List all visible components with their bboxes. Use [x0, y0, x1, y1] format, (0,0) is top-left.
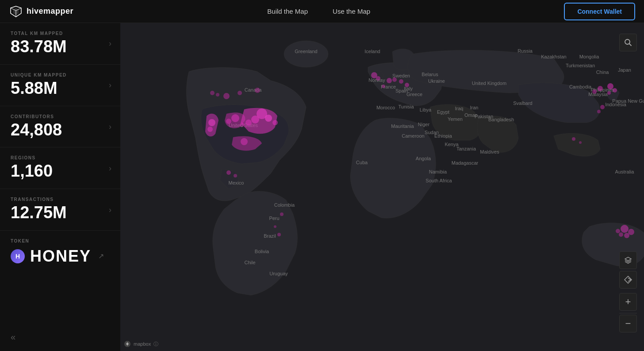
- svg-point-86: [405, 83, 409, 87]
- svg-point-104: [625, 39, 630, 44]
- map-area[interactable]: Greenland Canada United States Mexico Br…: [120, 23, 644, 351]
- svg-text:Tunisia: Tunisia: [398, 104, 414, 109]
- svg-text:Cameroon: Cameroon: [402, 133, 424, 139]
- svg-text:Uruguay: Uruguay: [269, 271, 288, 276]
- svg-text:Iceland: Iceland: [364, 49, 380, 54]
- svg-text:Mongolia: Mongolia: [579, 54, 600, 59]
- svg-point-101: [579, 141, 582, 144]
- connect-wallet-button[interactable]: Connect Wallet: [564, 3, 635, 20]
- location-icon: [624, 275, 632, 284]
- svg-point-89: [613, 88, 617, 93]
- svg-text:Namibia: Namibia: [429, 169, 447, 174]
- sidebar: TOTAL KM MAPPED 83.78M › UNIQUE KM MAPPE…: [0, 23, 120, 351]
- svg-point-66: [245, 120, 252, 126]
- svg-text:Bangladesh: Bangladesh: [488, 117, 514, 122]
- svg-text:Greenland: Greenland: [295, 49, 317, 54]
- stat-card-regions[interactable]: REGIONS 1,160 ›: [0, 147, 120, 189]
- sidebar-collapse-button[interactable]: «: [11, 332, 15, 342]
- svg-text:Libya: Libya: [420, 107, 432, 112]
- svg-text:Australia: Australia: [615, 169, 635, 174]
- stat-card-unique-km[interactable]: UNIQUE KM MAPPED 5.88M ›: [0, 65, 120, 106]
- svg-point-85: [399, 79, 403, 84]
- token-name: HONEY: [30, 247, 91, 266]
- logo[interactable]: hivemapper: [9, 4, 73, 19]
- external-link-icon[interactable]: ↗: [98, 252, 104, 260]
- svg-text:Ukraine: Ukraine: [428, 78, 445, 84]
- zoom-in-button[interactable]: +: [619, 293, 637, 311]
- map-controls-top: [619, 34, 637, 51]
- stat-card-total-km[interactable]: TOTAL KM MAPPED 83.78M ›: [0, 23, 120, 65]
- svg-text:Russia: Russia: [518, 48, 533, 54]
- token-card[interactable]: TOKEN H HONEY ↗: [0, 231, 120, 274]
- svg-text:Greece: Greece: [406, 92, 422, 97]
- svg-text:Chile: Chile: [244, 260, 255, 265]
- svg-line-105: [629, 44, 631, 46]
- svg-point-88: [607, 83, 613, 89]
- svg-point-90: [607, 91, 611, 95]
- stat-value-contributors: 24,808: [11, 121, 110, 139]
- stat-value-total-km: 83.78M: [11, 38, 110, 56]
- stat-label-contributors: CONTRIBUTORS: [11, 114, 110, 119]
- stat-value-regions: 1,160: [11, 162, 110, 181]
- svg-point-68: [208, 119, 215, 126]
- svg-point-77: [234, 174, 237, 177]
- stat-card-transactions[interactable]: TRANSACTIONS 12.75M ›: [0, 189, 120, 231]
- svg-text:Mauritania: Mauritania: [391, 123, 414, 129]
- svg-text:Kazakhstan: Kazakhstan: [541, 54, 566, 59]
- svg-text:Spain: Spain: [395, 88, 408, 93]
- token-label: TOKEN: [11, 239, 110, 243]
- svg-text:Malaysia: Malaysia: [588, 92, 608, 97]
- svg-text:United Kingdom: United Kingdom: [472, 81, 506, 86]
- map-controls-bottom: + −: [619, 251, 637, 333]
- svg-point-82: [376, 76, 380, 81]
- svg-text:Iraq: Iraq: [455, 106, 464, 111]
- svg-text:Turkmenistan: Turkmenistan: [566, 63, 595, 68]
- svg-text:Angola: Angola: [416, 156, 431, 161]
- stat-label-regions: REGIONS: [11, 155, 110, 160]
- stat-value-transactions: 12.75M: [11, 204, 110, 222]
- zoom-out-button[interactable]: −: [619, 315, 637, 332]
- mapbox-label: mapbox: [134, 341, 151, 347]
- logo-text: hivemapper: [27, 7, 73, 16]
- svg-text:Iran: Iran: [470, 105, 479, 110]
- arrow-icon-total-km: ›: [109, 39, 111, 48]
- svg-point-84: [392, 77, 397, 82]
- search-icon: [624, 39, 632, 46]
- layers-button[interactable]: [619, 251, 637, 269]
- svg-text:Tanzania: Tanzania: [456, 146, 476, 151]
- svg-point-80: [277, 233, 281, 236]
- svg-text:Madagascar: Madagascar: [452, 160, 479, 166]
- world-map: Greenland Canada United States Mexico Br…: [120, 23, 644, 351]
- svg-text:Yemen: Yemen: [448, 116, 463, 122]
- svg-text:Cambodia: Cambodia: [569, 84, 592, 89]
- stat-label-total-km: TOTAL KM MAPPED: [11, 31, 110, 36]
- svg-text:Brazil: Brazil: [264, 233, 276, 239]
- stat-value-unique-km: 5.88M: [11, 79, 110, 98]
- svg-point-83: [387, 78, 392, 83]
- svg-text:China: China: [596, 69, 610, 75]
- svg-point-99: [616, 229, 620, 233]
- nav-build-map[interactable]: Build the Map: [255, 4, 320, 19]
- svg-point-98: [619, 232, 623, 237]
- svg-point-92: [592, 89, 597, 94]
- location-button[interactable]: [619, 271, 637, 289]
- svg-text:Belarus: Belarus: [422, 72, 438, 77]
- nav-use-map[interactable]: Use the Map: [320, 4, 383, 19]
- mapbox-logo-icon: [124, 340, 131, 347]
- svg-text:Egypt: Egypt: [437, 109, 449, 115]
- svg-text:Papua New Guinea: Papua New Guinea: [612, 98, 644, 104]
- svg-point-100: [572, 137, 575, 141]
- svg-text:Svalbard: Svalbard: [513, 100, 532, 106]
- stat-card-contributors[interactable]: CONTRIBUTORS 24,808 ›: [0, 106, 120, 148]
- svg-text:Colombia: Colombia: [274, 202, 295, 208]
- logo-icon: [9, 4, 23, 19]
- search-map-button[interactable]: [619, 34, 637, 51]
- mapbox-info-icon[interactable]: ⓘ: [153, 341, 158, 347]
- svg-point-65: [272, 120, 278, 125]
- svg-text:South Africa: South Africa: [426, 178, 452, 183]
- header: hivemapper Build the Map Use the Map Con…: [0, 0, 644, 23]
- svg-point-79: [274, 225, 276, 228]
- svg-point-93: [600, 105, 605, 109]
- svg-text:Niger: Niger: [418, 122, 430, 127]
- stat-label-unique-km: UNIQUE KM MAPPED: [11, 73, 110, 77]
